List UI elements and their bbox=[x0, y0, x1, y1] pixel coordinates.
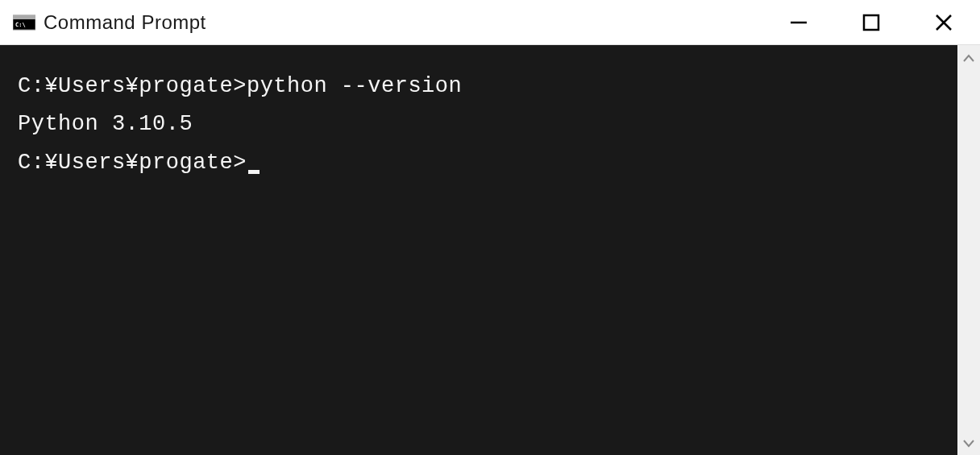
command-text: python --version bbox=[247, 74, 462, 98]
title-bar-left: C:\ Command Prompt bbox=[0, 11, 762, 34]
app-icon: C:\ bbox=[13, 13, 35, 32]
terminal-line-command: C:¥Users¥progate>python --version bbox=[18, 68, 940, 105]
svg-rect-4 bbox=[864, 15, 878, 30]
minimize-icon bbox=[788, 12, 809, 33]
terminal-line-prompt: C:¥Users¥progate> bbox=[18, 144, 940, 182]
scrollbar[interactable] bbox=[957, 45, 980, 455]
title-bar: C:\ Command Prompt bbox=[0, 0, 980, 45]
prompt-text: C:¥Users¥progate> bbox=[18, 144, 247, 182]
window-controls bbox=[762, 0, 980, 44]
svg-text:C:\: C:\ bbox=[15, 22, 26, 28]
output-text: Python 3.10.5 bbox=[18, 112, 193, 136]
maximize-button[interactable] bbox=[835, 0, 907, 44]
terminal-container: C:¥Users¥progate>python --version Python… bbox=[0, 45, 980, 455]
terminal-line-output: Python 3.10.5 bbox=[18, 105, 940, 143]
maximize-icon bbox=[862, 13, 881, 32]
minimize-button[interactable] bbox=[762, 0, 835, 44]
scroll-down-icon[interactable] bbox=[963, 436, 974, 450]
close-icon bbox=[933, 12, 954, 33]
scroll-up-icon[interactable] bbox=[963, 50, 974, 64]
close-button[interactable] bbox=[907, 0, 980, 44]
window-title: Command Prompt bbox=[44, 11, 206, 34]
cursor bbox=[248, 170, 260, 174]
svg-rect-1 bbox=[13, 15, 35, 19]
terminal-content[interactable]: C:¥Users¥progate>python --version Python… bbox=[0, 45, 957, 455]
prompt-text: C:¥Users¥progate> bbox=[18, 74, 247, 98]
